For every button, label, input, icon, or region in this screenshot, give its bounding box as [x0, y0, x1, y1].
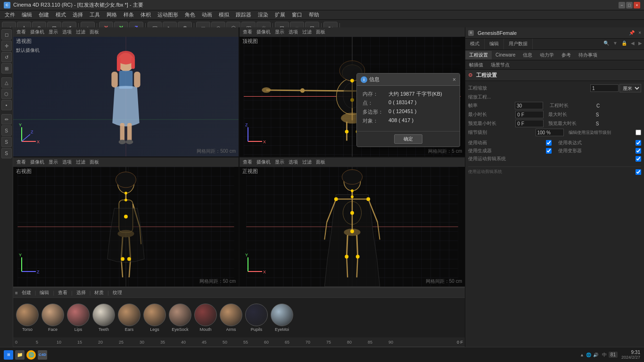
- mt-item-texture[interactable]: 纹理: [113, 289, 122, 296]
- browser-button[interactable]: 🌐: [26, 350, 36, 360]
- vp-front-tb-view[interactable]: 查看: [241, 159, 254, 165]
- info-dialog-header[interactable]: i 信息 ×: [357, 74, 460, 86]
- mt-item-create[interactable]: ≡: [15, 290, 18, 296]
- tool-sculpt[interactable]: S: [1, 125, 12, 136]
- rp-check-deformer[interactable]: [636, 148, 641, 154]
- menu-item-角色[interactable]: 角色: [182, 10, 198, 19]
- menu-item-扩展[interactable]: 扩展: [272, 10, 288, 19]
- tool-move[interactable]: ✛: [1, 41, 12, 51]
- rsubtab2-scene-nodes[interactable]: 场景节点: [487, 61, 513, 69]
- rp-input-preview-min[interactable]: [515, 120, 544, 127]
- menu-item-窗口[interactable]: 窗口: [289, 10, 305, 19]
- rp-check-motion-clip[interactable]: [636, 156, 641, 162]
- info-dialog-close-button[interactable]: ×: [453, 76, 456, 83]
- window-controls[interactable]: − □ ×: [619, 2, 640, 8]
- close-button[interactable]: ×: [634, 2, 640, 8]
- menu-item-样条[interactable]: 样条: [121, 10, 137, 19]
- rp-check-generator[interactable]: [546, 148, 552, 154]
- tool-paint[interactable]: ✏: [1, 114, 12, 124]
- menu-item-模式[interactable]: 模式: [53, 10, 69, 19]
- rp-dropdown-unit[interactable]: 厘米: [619, 84, 641, 92]
- viewport-perspective[interactable]: 查看 摄像机 显示 选项 过滤 面板: [13, 27, 239, 156]
- rsubtab2-frame[interactable]: 帧插值: [465, 61, 487, 69]
- vp-right-tb-filter[interactable]: 过滤: [74, 159, 87, 165]
- material-item-eyemoi[interactable]: EyeMoi: [270, 303, 294, 333]
- vp-front-tb-camera[interactable]: 摄像机: [255, 159, 272, 165]
- vp-right-tb-display[interactable]: 显示: [47, 159, 59, 165]
- material-item-pupils[interactable]: Pupils: [244, 303, 269, 333]
- tool-s2[interactable]: S: [1, 137, 12, 147]
- rsubtab-project[interactable]: 工程设置: [465, 51, 492, 59]
- vp-top-tb-display[interactable]: 显示: [273, 29, 286, 35]
- material-item-arms[interactable]: Arms: [219, 303, 243, 333]
- menu-item-体积[interactable]: 体积: [138, 10, 154, 19]
- tool-scale[interactable]: ⊞: [1, 63, 12, 74]
- tool-point[interactable]: •: [1, 100, 12, 110]
- mt-item-edit[interactable]: 编辑: [40, 289, 49, 296]
- vp-tb-options[interactable]: 选项: [61, 29, 73, 35]
- menu-item-创建[interactable]: 创建: [36, 10, 52, 19]
- rp-check-render-lod[interactable]: [636, 130, 641, 135]
- vp-tb-camera[interactable]: 摄像机: [29, 29, 46, 35]
- vp-top-tb-filter[interactable]: 过滤: [301, 29, 313, 35]
- vp-top-tb-panel[interactable]: 面板: [314, 29, 327, 35]
- maximize-button[interactable]: □: [626, 2, 633, 8]
- vp-top-tb-camera[interactable]: 摄像机: [255, 29, 272, 35]
- rp-input-fps[interactable]: [515, 102, 543, 109]
- material-item-face[interactable]: Face: [41, 303, 65, 333]
- vp-tb-panel[interactable]: 面板: [88, 29, 100, 35]
- rsubtab-todo[interactable]: 待办事项: [575, 51, 601, 59]
- vp-front-tb-filter[interactable]: 过滤: [301, 159, 313, 165]
- vp-right-tb-options[interactable]: 选项: [61, 159, 73, 165]
- rp-input-min-time[interactable]: [515, 111, 544, 118]
- mt-item-select[interactable]: 选择: [76, 289, 86, 296]
- menu-item-文件[interactable]: 文件: [2, 10, 18, 19]
- vp-front-tb-options[interactable]: 选项: [287, 159, 299, 165]
- vp-top-tb-options[interactable]: 选项: [287, 29, 299, 35]
- vp-front-tb-panel[interactable]: 面板: [314, 159, 327, 165]
- rp-check-extra1[interactable]: [636, 169, 641, 175]
- rptab-edit[interactable]: 编辑: [485, 39, 504, 49]
- tool-edge[interactable]: ⬡: [1, 89, 12, 99]
- minimize-button[interactable]: −: [619, 2, 625, 8]
- vp-tb-view[interactable]: 查看: [15, 29, 27, 35]
- file-explorer-button[interactable]: 📁: [15, 350, 25, 360]
- menu-item-运动图形[interactable]: 运动图形: [155, 10, 181, 19]
- tool-rotate[interactable]: ↺: [1, 52, 12, 62]
- menu-item-工具[interactable]: 工具: [87, 10, 103, 19]
- viewport-right[interactable]: 查看 摄像机 显示 选项 过滤 面板: [13, 157, 239, 287]
- start-button[interactable]: ⊞: [4, 350, 13, 360]
- mt-item-view[interactable]: 查看: [58, 289, 67, 296]
- vp-tb-filter[interactable]: 过滤: [74, 29, 87, 35]
- vp-front-tb-display[interactable]: 显示: [273, 159, 286, 165]
- vp-right-tb-camera[interactable]: 摄像机: [29, 159, 46, 165]
- rp-check-expression[interactable]: [636, 140, 641, 146]
- vp-right-tb-view[interactable]: 查看: [15, 159, 27, 165]
- rp-input-lod[interactable]: [536, 129, 564, 136]
- rptab-user-data[interactable]: 用户数据: [504, 39, 533, 49]
- menu-item-跟踪器[interactable]: 跟踪器: [233, 10, 254, 19]
- info-ok-button[interactable]: 确定: [394, 134, 422, 144]
- rsubtab-reference[interactable]: 参考: [558, 51, 575, 59]
- tool-s3[interactable]: S: [1, 148, 12, 158]
- rptab-mode[interactable]: 模式: [465, 39, 485, 49]
- material-item-mouth[interactable]: Mouth: [193, 303, 218, 333]
- mt-item-material[interactable]: 材质: [94, 289, 104, 296]
- mt-item-create-label[interactable]: 创建: [22, 289, 31, 296]
- rsubtab-dynamics[interactable]: 动力学: [536, 51, 558, 59]
- rsubtab-cineware[interactable]: Cineware: [492, 51, 519, 58]
- rp-check-animation[interactable]: [546, 140, 552, 146]
- vp-top-tb-view[interactable]: 查看: [241, 29, 254, 35]
- menu-item-帮助[interactable]: 帮助: [306, 10, 322, 19]
- rsubtab-info[interactable]: 信息: [519, 51, 536, 59]
- c4d-taskbar-button[interactable]: C4D: [38, 350, 47, 360]
- tool-polygon[interactable]: △: [1, 77, 12, 88]
- rp-input-scale[interactable]: [590, 84, 619, 92]
- menu-item-动画[interactable]: 动画: [199, 10, 215, 19]
- viewport-front[interactable]: 查看 摄像机 显示 选项 过滤 面板: [239, 157, 465, 287]
- tool-select[interactable]: ◻: [1, 29, 12, 40]
- menu-item-网格[interactable]: 网格: [104, 10, 120, 19]
- menu-item-模拟[interactable]: 模拟: [216, 10, 232, 19]
- material-item-eyesock[interactable]: EyeSock: [168, 303, 192, 333]
- material-item-teeth[interactable]: Teeth: [91, 303, 116, 333]
